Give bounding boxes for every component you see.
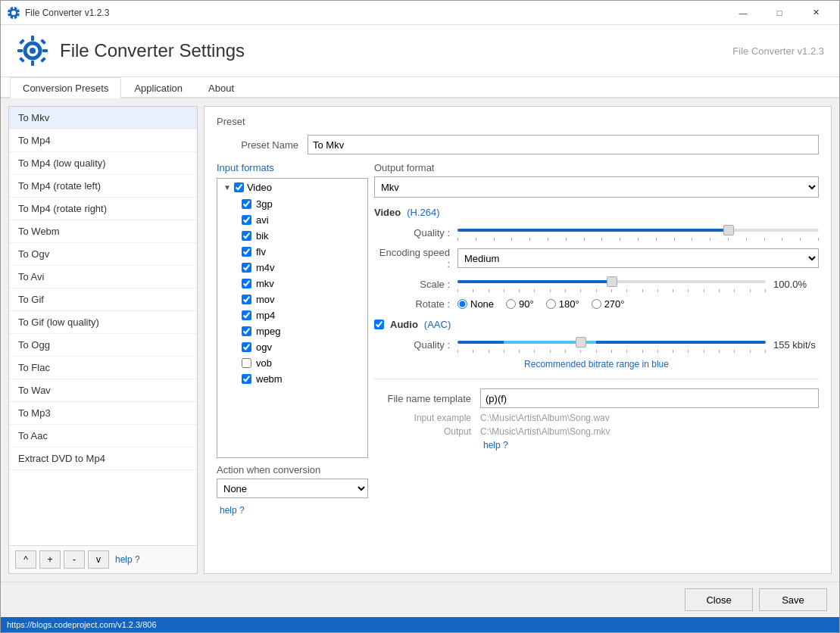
list-item[interactable]: To Avi (9, 266, 197, 288)
list-item[interactable]: To Ogg (9, 334, 197, 357)
scale-label: Scale : (374, 279, 457, 290)
rotate-180-radio[interactable] (546, 299, 556, 309)
audio-codec: (AAC) (424, 319, 451, 330)
checkbox-webm[interactable] (242, 374, 251, 384)
preset-help-link[interactable]: help ? (115, 554, 140, 565)
settings-section: Output format Mkv Mp4 Avi Webm Ogv Video… (374, 162, 819, 516)
checkbox-avi[interactable] (242, 215, 251, 225)
checkbox-mpeg[interactable] (242, 326, 251, 336)
tab-about[interactable]: About (195, 77, 247, 98)
video-quality-knob[interactable] (723, 225, 734, 235)
input-formats-tree[interactable]: ▼ Video 3gp avi bik (217, 178, 368, 458)
svg-rect-3 (13, 17, 14, 19)
tree-item-avi[interactable]: avi (217, 212, 367, 228)
tree-item-3gp[interactable]: 3gp (217, 196, 367, 212)
checkbox-mkv[interactable] (242, 279, 251, 288)
list-item[interactable]: To Wav (9, 379, 197, 402)
template-input[interactable] (480, 388, 819, 408)
list-item[interactable]: To Mp4 (rotate right) (9, 198, 197, 220)
list-item[interactable]: To Mp4 (rotate left) (9, 175, 197, 198)
two-col-layout: Input formats ▼ Video 3gp avi (217, 162, 819, 516)
output-format-select[interactable]: Mkv Mp4 Avi Webm Ogv (374, 176, 819, 198)
checkbox-bik[interactable] (242, 231, 251, 241)
scale-row: Scale : (374, 276, 819, 292)
video-quality-track[interactable] (457, 224, 819, 236)
svg-rect-5 (17, 12, 20, 14)
close-button[interactable]: Close (685, 588, 753, 611)
save-button[interactable]: Save (759, 588, 827, 611)
tree-item-mpeg[interactable]: mpeg (217, 323, 367, 339)
audio-label: Audio (390, 319, 418, 330)
tree-item-webm[interactable]: webm (217, 371, 367, 387)
rotate-none[interactable]: None (457, 298, 494, 310)
svg-rect-17 (40, 39, 46, 45)
output-format-label: Output format (374, 162, 819, 173)
rotate-90[interactable]: 90° (506, 298, 534, 310)
move-down-button[interactable]: v (88, 550, 109, 569)
preset-list[interactable]: To Mkv To Mp4 To Mp4 (low quality) To Mp… (9, 107, 197, 545)
tree-item-mkv[interactable]: mkv (217, 276, 367, 292)
list-item[interactable]: To Mp4 (low quality) (9, 152, 197, 175)
tree-item-m4v[interactable]: m4v (217, 260, 367, 276)
audio-quality-track[interactable] (457, 336, 766, 348)
rotate-270-radio[interactable] (592, 299, 601, 309)
audio-quality-knob[interactable] (576, 337, 586, 348)
template-help-link[interactable]: help ? (483, 440, 508, 451)
video-group-checkbox[interactable] (234, 182, 244, 192)
tab-conversion-presets[interactable]: Conversion Presets (10, 77, 121, 98)
encoding-speed-select[interactable]: Ultrafast Superfast Veryfast Faster Fast… (457, 248, 819, 268)
tree-item-bik[interactable]: bik (217, 228, 367, 244)
checkbox-mp4[interactable] (242, 310, 251, 320)
list-item[interactable]: To Gif (low quality) (9, 311, 197, 334)
tree-item-mov[interactable]: mov (217, 292, 367, 307)
preset-name-input[interactable] (308, 135, 819, 154)
list-item[interactable]: To Webm (9, 220, 197, 243)
rotate-90-radio[interactable] (506, 299, 516, 309)
checkbox-m4v[interactable] (242, 263, 251, 273)
tree-item-vob[interactable]: vob (217, 355, 367, 371)
remove-button[interactable]: - (64, 550, 85, 569)
list-item[interactable]: To Mp3 (9, 402, 197, 425)
title-bar: File Converter v1.2.3 — □ ✕ (1, 1, 839, 25)
rotate-180[interactable]: 180° (546, 298, 579, 310)
svg-rect-19 (40, 57, 46, 63)
checkbox-ogv[interactable] (242, 342, 251, 352)
video-quality-row: Quality : (374, 224, 819, 241)
close-window-button[interactable]: ✕ (798, 1, 833, 25)
tree-header-video[interactable]: ▼ Video (217, 179, 367, 196)
scale-knob[interactable] (607, 276, 617, 287)
input-example-row: Input example C:\Music\Artist\Album\Song… (374, 413, 819, 423)
bottom-bar: Close Save (1, 582, 839, 617)
tab-application[interactable]: Application (121, 77, 195, 98)
list-item[interactable]: Extract DVD to Mp4 (9, 447, 197, 470)
checkbox-flv[interactable] (242, 247, 251, 257)
scale-track[interactable] (457, 276, 766, 288)
svg-rect-4 (8, 12, 10, 14)
rotate-270[interactable]: 270° (592, 298, 625, 310)
list-item[interactable]: To Aac (9, 425, 197, 447)
svg-rect-13 (31, 61, 34, 66)
action-help-link[interactable]: help ? (220, 505, 245, 516)
maximize-button[interactable]: □ (762, 1, 797, 25)
output-example-label: Output (374, 426, 480, 437)
minimize-button[interactable]: — (726, 1, 760, 25)
checkbox-3gp[interactable] (242, 199, 251, 209)
list-item[interactable]: To Mp4 (9, 129, 197, 152)
tree-item-mp4[interactable]: mp4 (217, 307, 367, 323)
action-select[interactable]: None Open folder Delete source (217, 479, 368, 498)
add-button[interactable]: + (39, 550, 61, 569)
audio-enable-checkbox[interactable] (374, 320, 384, 329)
audio-quality-row: Quality : (374, 336, 819, 353)
rotate-none-radio[interactable] (457, 299, 467, 309)
list-item[interactable]: To Gif (9, 288, 197, 311)
list-item[interactable]: To Mkv (9, 107, 197, 129)
checkbox-vob[interactable] (242, 358, 251, 368)
list-item[interactable]: To Flac (9, 357, 197, 379)
checkbox-mov[interactable] (242, 295, 251, 304)
tree-item-ogv[interactable]: ogv (217, 339, 367, 355)
list-item[interactable]: To Ogv (9, 243, 197, 266)
tree-item-flv[interactable]: flv (217, 244, 367, 260)
move-up-button[interactable]: ^ (15, 550, 36, 569)
output-example-value: C:\Music\Artist\Album\Song.mkv (480, 426, 610, 437)
preset-name-row: Preset Name (217, 135, 819, 154)
